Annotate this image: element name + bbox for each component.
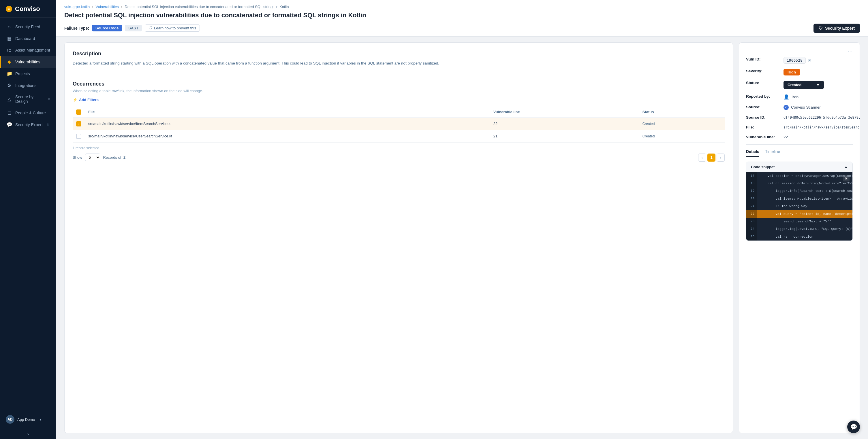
user-profile[interactable]: AD App Demo ▼ [0,411,56,428]
records-of-label: Records of 2 [103,155,126,160]
line-number: 24 [746,225,757,233]
sidebar-item-security-expert[interactable]: 💬 Security Expert ℹ [0,119,56,131]
nav-list: ⌂ Security Feed ▦ Dashboard 🗂 Asset Mana… [0,18,56,411]
row-file-1: src/main/kotlin/hawk/service/ItemSearchS… [85,117,490,130]
code-line: 20 val items: MutableList<Item> = ArrayL… [746,195,852,203]
app-logo: ● Conviso [6,5,51,13]
chart-icon: ▦ [7,36,12,41]
severity-label: Severity: [746,69,781,73]
vuln-icon: ◆ [7,59,12,65]
code-block-wrap: 17 val session = entityManager.unwrap(Se… [746,172,852,241]
tab-timeline[interactable]: Timeline [765,149,780,157]
chat-bubble-button[interactable]: 💬 [847,420,860,433]
occurrences-subtitle: When selecting a table row/link, the inf… [73,89,725,93]
chevron-down-icon: ▼ [48,98,51,101]
show-label: Show [73,155,82,160]
divider [746,144,853,145]
breadcrumb-link-project[interactable]: vuln-grpc-kotlin [64,5,90,9]
code-block: 17 val session = entityManager.unwrap(Se… [746,172,852,241]
copy-code-button[interactable]: ⎘ [843,175,849,181]
line-number: 25 [746,233,757,240]
right-panel: ⋯ Vuln ID: 1906528 ⎘ Severity: High Stat… [739,42,860,433]
user-name: App Demo [17,417,35,422]
vuln-line-label: Vulnerable line: [746,135,781,139]
code-line: 17 val session = entityManager.unwrap(Se… [746,172,852,180]
line-number: 23 [746,218,757,225]
people-icon: ◻ [7,110,12,115]
copy-vuln-id-button[interactable]: ⎘ [808,58,810,63]
next-page-button[interactable]: › [717,154,725,162]
main-content: vuln-grpc-kotlin › Vulnerabilities › Det… [56,0,868,439]
filter-row: ⚡ Add Filters [73,98,725,102]
security-expert-button[interactable]: 🛡 Security Expert [813,24,860,33]
line-code: search.searchText + "%'" [757,218,834,225]
integrations-icon: ⚙ [7,83,12,88]
badge-source-code[interactable]: Source Code [92,25,122,31]
table-row[interactable]: src/main/kotlin/hawk/service/UserSearchS… [73,130,725,142]
prev-page-button[interactable]: ‹ [698,154,706,162]
sidebar-item-people-culture[interactable]: ◻ People & Culture [0,107,56,119]
show-select[interactable]: 5 10 25 [85,154,100,161]
more-options-button[interactable]: ⋯ [847,48,853,55]
breadcrumb: vuln-grpc-kotlin › Vulnerabilities › Det… [64,5,860,9]
user-icon: 👤 [783,94,789,100]
code-snippet-section: Code snippet ▲ 17 val session = entityMa… [746,162,853,241]
occurrences-title: Occurrences [73,81,725,87]
tab-details[interactable]: Details [746,149,759,157]
sidebar-item-integrations[interactable]: ⚙ Integrations [0,79,56,91]
sidebar-item-secure-by-design[interactable]: △ Secure by Design ▼ [0,91,56,107]
expert-btn-label: Security Expert [825,26,855,31]
reported-by-row: Reported by: 👤 Bob [746,94,853,100]
code-line: 22 val query = "select id, name, descrip… [746,210,852,218]
col-file: File [85,107,490,118]
file-label: File: [746,125,781,129]
breadcrumb-link-vulnerabilities[interactable]: Vulnerabilities [96,5,119,9]
content-area: Description Detected a formatted string … [56,37,868,439]
row-checkbox-1[interactable]: ✓ [76,121,81,127]
page-1-button[interactable]: 1 [707,154,715,162]
vuln-id-value: 1906528 [783,57,806,64]
pagination-nav: ‹ 1 › [698,154,725,162]
row-checkbox-2[interactable] [76,134,81,139]
severity-badge: High [783,69,800,75]
description-title: Description [73,51,725,57]
reported-by-value: Bob [792,95,799,99]
row-status-2: Created [643,134,655,138]
code-snippet-header[interactable]: Code snippet ▲ [746,162,852,172]
shield-learn-icon: 🛡 [149,26,152,30]
info-icon: ℹ [47,123,49,127]
line-number: 22 [746,210,757,218]
sidebar-item-vulnerabilities[interactable]: ◆ Vulnerabilities [0,56,56,68]
sidebar-item-projects[interactable]: 📁 Projects [0,68,56,79]
sidebar-item-dashboard[interactable]: ▦ Dashboard [0,33,56,44]
line-code: // The wrong way [757,203,810,210]
add-filters-button[interactable]: ⚡ Add Filters [73,98,99,102]
line-number: 18 [746,180,757,187]
line-code: logger.info("Search text : ${search.sear… [757,187,852,195]
status-label: Status: [746,81,781,85]
reported-by-label: Reported by: [746,94,781,99]
learn-link[interactable]: 🛡 Learn how to prevent this [145,25,200,32]
folder-icon: 🗂 [7,47,12,53]
home-icon: ⌂ [7,24,12,29]
detail-header: ⋯ [746,48,853,55]
collapse-sidebar-button[interactable]: ‹ [0,428,56,439]
badge-sast[interactable]: SAST [125,25,142,31]
description-text: Detected a formatted string starting wit… [73,60,725,74]
status-dropdown[interactable]: Created ▼ [783,81,824,89]
chat-icon: 💬 [850,424,857,430]
left-panel: Description Detected a formatted string … [64,42,733,433]
page-header: vuln-grpc-kotlin › Vulnerabilities › Det… [56,0,868,37]
col-vuln-line: Vulnerable line [490,107,639,118]
chevron-down-icon: ▼ [816,83,820,87]
table-row[interactable]: ✓ src/main/kotlin/hawk/service/ItemSearc… [73,117,725,130]
sidebar-item-security-feed[interactable]: ⌂ Security Feed [0,21,56,33]
code-snippet-label: Code snippet [751,165,775,169]
line-code: val rs = connection [757,233,816,240]
sidebar-item-asset-management[interactable]: 🗂 Asset Management [0,44,56,56]
select-all-checkbox[interactable]: — [76,109,81,115]
status-row: Status: Created ▼ [746,81,853,89]
records-selected-info: 1 record selected. [73,146,725,150]
line-code: val query = "select id, name, descriptio… [757,210,852,218]
source-label: Source: [746,105,781,109]
